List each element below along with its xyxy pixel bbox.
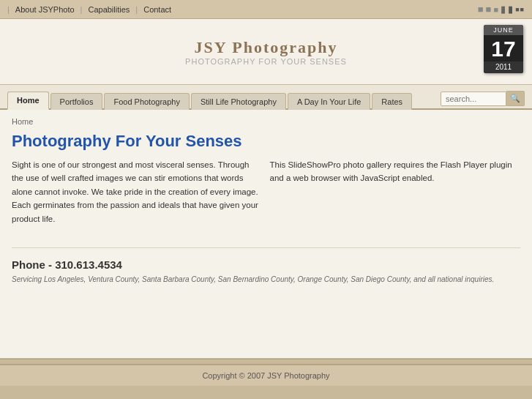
search-button[interactable]: 🔍 <box>506 91 525 106</box>
nav-about[interactable]: About JSYPhoto <box>10 5 80 14</box>
site-footer: Copyright © 2007 JSY Photography <box>0 365 532 386</box>
icon-feed2[interactable]: ■ <box>493 5 498 14</box>
site-logo-sub: PHOTOGRAPHY FOR YOUR SENSES <box>185 57 347 66</box>
search-box: 🔍 <box>441 91 525 106</box>
phone-section: Phone - 310.613.4534 Servicing Los Angel… <box>12 247 520 283</box>
tab-still-life-photography[interactable]: Still Life Photography <box>191 93 286 110</box>
main-content: Home Photography For Your Senses Sight i… <box>0 110 532 359</box>
footer-copyright: Copyright © 2007 JSY Photography <box>202 371 329 380</box>
logo-area: JSY Photography PHOTOGRAPHY FOR YOUR SEN… <box>185 38 347 66</box>
nav-capabilities[interactable]: Capabilities <box>82 5 135 14</box>
calendar-day: 17 <box>484 35 523 61</box>
tab-home[interactable]: Home <box>7 92 49 110</box>
page-title: Photography For Your Senses <box>12 132 520 151</box>
service-areas-text: Servicing Los Angeles, Ventura County, S… <box>12 275 520 283</box>
top-bar: | About JSYPhoto | Capabilities | Contac… <box>0 0 532 19</box>
tab-food-photography[interactable]: Food Photography <box>104 93 190 110</box>
tab-a-day-in-your-life[interactable]: A Day In Your Life <box>288 93 370 110</box>
calendar-widget: June 17 2011 <box>484 25 523 73</box>
content-notice-text: This SlideShowPro photo gallery requires… <box>270 158 521 225</box>
breadcrumb: Home <box>12 117 520 126</box>
content-body-text: Sight is one of our strongest and most v… <box>12 158 263 225</box>
site-logo-main: JSY Photography <box>194 38 337 57</box>
icon-feed1[interactable]: ■ <box>486 4 492 15</box>
icon-feed3[interactable]: ▮ <box>501 4 506 15</box>
tab-rates[interactable]: Rates <box>372 93 412 110</box>
icon-grid1[interactable]: ■■ <box>515 6 525 13</box>
top-navigation: | About JSYPhoto | Capabilities | Contac… <box>7 5 177 14</box>
icon-feed4[interactable]: ▮ <box>508 4 513 15</box>
icon-rss[interactable]: ■ <box>478 4 484 15</box>
search-input[interactable] <box>441 92 506 106</box>
top-icons-area: ■ ■ ■ ▮ ▮ ■■ <box>478 4 525 15</box>
nav-contact[interactable]: Contact <box>138 5 177 14</box>
phone-number: Phone - 310.613.4534 <box>12 258 520 271</box>
calendar-month: June <box>484 25 523 35</box>
content-grid: Sight is one of our strongest and most v… <box>12 158 520 225</box>
site-header: JSY Photography PHOTOGRAPHY FOR YOUR SEN… <box>0 19 532 85</box>
decorative-lines <box>0 359 532 365</box>
calendar-year: 2011 <box>484 61 523 73</box>
navigation-tabs: HomePortfoliosFood PhotographyStill Life… <box>0 85 532 110</box>
tab-portfolios[interactable]: Portfolios <box>50 93 103 110</box>
